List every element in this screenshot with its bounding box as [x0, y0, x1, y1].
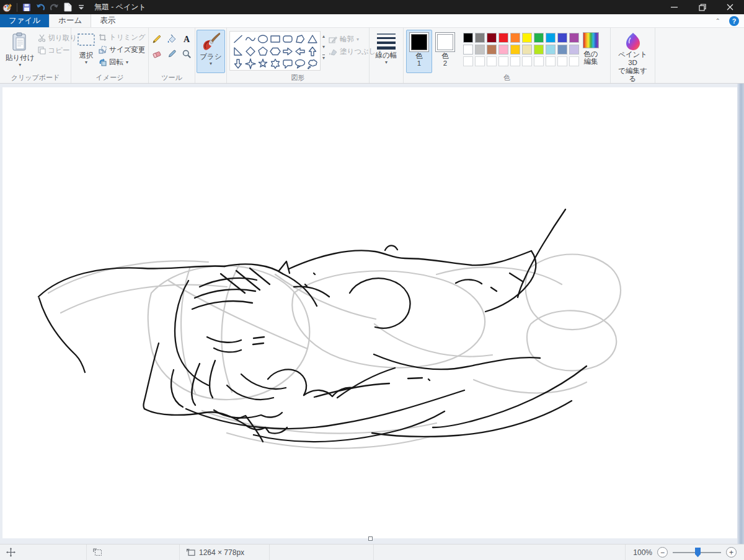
zoom-in-button[interactable]: + [726, 547, 737, 558]
shape-polygon-icon[interactable] [294, 33, 306, 45]
new-document-icon[interactable] [62, 2, 73, 13]
color2-label: 色 [441, 52, 449, 59]
palette-swatch[interactable] [522, 45, 532, 55]
palette-swatch[interactable] [487, 45, 497, 55]
color1-button[interactable]: 色1 [406, 30, 432, 73]
shapes-scrollbar: ▴ ▾ ▾ [321, 30, 326, 73]
shape-hexagon-icon[interactable] [269, 45, 281, 57]
outline-label: 輪郭 [340, 35, 354, 44]
palette-swatch[interactable] [475, 33, 485, 43]
scissors-icon [38, 34, 46, 42]
tab-home[interactable]: ホーム [49, 14, 91, 27]
shape-arrow-up-icon[interactable] [306, 45, 318, 57]
edit-colors-button[interactable]: 色の編集 [583, 30, 599, 73]
shape-star-6-icon[interactable] [269, 58, 281, 69]
shape-curve-icon[interactable] [244, 33, 256, 45]
text-tool[interactable]: A [180, 32, 193, 46]
shapes-scroll-down-icon[interactable]: ▾ [322, 44, 325, 50]
shape-diamond-icon[interactable] [244, 45, 256, 57]
resize-button[interactable]: サイズ変更 [99, 44, 146, 56]
palette-swatch-empty[interactable] [557, 56, 567, 66]
palette-swatch[interactable] [463, 33, 473, 43]
shape-rounded-rectangle-icon[interactable] [281, 33, 293, 45]
tab-file[interactable]: ファイル [0, 14, 49, 27]
shape-arrow-left-icon[interactable] [294, 45, 306, 57]
color-picker-tool[interactable] [165, 47, 179, 61]
shape-star-5-icon[interactable] [257, 58, 268, 69]
eraser-tool[interactable] [150, 47, 164, 61]
shape-triangle-icon[interactable] [306, 33, 318, 45]
shape-line-icon[interactable] [232, 33, 244, 45]
palette-swatch-empty[interactable] [546, 56, 556, 66]
palette-swatch-empty[interactable] [534, 56, 544, 66]
restore-button[interactable] [688, 0, 716, 14]
magnifier-tool[interactable] [180, 47, 193, 61]
zoom-slider-thumb[interactable] [695, 548, 701, 558]
palette-swatch-empty[interactable] [475, 56, 485, 66]
color-palette [463, 33, 579, 73]
palette-swatch[interactable] [510, 33, 520, 43]
pencil-tool[interactable] [150, 32, 164, 46]
brushes-button[interactable]: ブラシ ▾ [197, 30, 224, 73]
shapes-scroll-up-icon[interactable]: ▴ [322, 33, 325, 39]
help-icon[interactable]: ? [729, 16, 739, 26]
paint3d-button[interactable]: ペイント 3Dで編集する [613, 30, 652, 83]
save-button[interactable] [21, 2, 32, 13]
drawing-canvas[interactable] [2, 87, 738, 538]
customize-qat-dropdown[interactable] [76, 2, 87, 13]
tab-view[interactable]: 表示 [91, 14, 124, 27]
palette-swatch[interactable] [557, 33, 567, 43]
palette-swatch[interactable] [498, 33, 508, 43]
palette-swatch-empty[interactable] [522, 56, 532, 66]
canvas-resize-handle-bottom[interactable] [368, 536, 373, 541]
minimize-button[interactable] [660, 0, 688, 14]
shape-callout-cloud-icon[interactable] [306, 58, 318, 69]
shape-callout-rounded-icon[interactable] [281, 58, 293, 69]
collapse-ribbon-icon[interactable]: ⌃ [715, 17, 720, 24]
palette-swatch[interactable] [498, 45, 508, 55]
select-button[interactable]: 選択 ▾ [74, 30, 99, 73]
palette-swatch[interactable] [510, 45, 520, 55]
group-image: 選択 ▾ トリミング サイズ変更 回転 ▾ [71, 28, 149, 83]
palette-swatch[interactable] [522, 33, 532, 43]
shape-arrow-down-icon[interactable] [232, 58, 244, 69]
palette-swatch[interactable] [487, 33, 497, 43]
rotate-button[interactable]: 回転 ▾ [99, 56, 146, 68]
close-button[interactable] [716, 0, 744, 14]
shapes-expand-icon[interactable]: ▾ [322, 55, 325, 61]
palette-swatch[interactable] [463, 45, 473, 55]
undo-button[interactable] [35, 2, 46, 13]
crop-button[interactable]: トリミング [99, 32, 146, 43]
shape-pentagon-icon[interactable] [257, 45, 268, 57]
palette-swatch-empty[interactable] [498, 56, 508, 66]
color2-button[interactable]: 色2 [432, 30, 458, 73]
palette-swatch[interactable] [546, 45, 556, 55]
paste-button[interactable]: 貼り付け ▾ [2, 30, 38, 73]
line-width-button[interactable]: 線の幅 ▾ [373, 30, 401, 73]
zoom-slider[interactable] [673, 547, 721, 558]
palette-swatch[interactable] [569, 33, 579, 43]
group-colors: 色1 色2 色の編集 色 [404, 28, 611, 83]
palette-swatch-empty[interactable] [487, 56, 497, 66]
shape-callout-oval-icon[interactable] [294, 58, 306, 69]
shape-right-triangle-icon[interactable] [232, 45, 244, 57]
zoom-out-button[interactable]: − [657, 547, 668, 558]
palette-swatch[interactable] [557, 45, 567, 55]
shape-rectangle-icon[interactable] [269, 33, 281, 45]
redo-button[interactable] [48, 2, 60, 13]
palette-swatch-empty[interactable] [510, 56, 520, 66]
titlebar: 無題 - ペイント [0, 0, 744, 14]
palette-swatch-empty[interactable] [463, 56, 473, 66]
palette-swatch[interactable] [534, 33, 544, 43]
resize-icon [99, 46, 107, 54]
palette-swatch-empty[interactable] [569, 56, 579, 66]
fill-tool[interactable] [165, 32, 179, 46]
palette-swatch[interactable] [534, 45, 544, 55]
palette-swatch[interactable] [546, 33, 556, 43]
canvas-size-value: 1264 × 778px [199, 548, 244, 557]
palette-swatch[interactable] [569, 45, 579, 55]
palette-swatch[interactable] [475, 45, 485, 55]
shape-star-4-icon[interactable] [244, 58, 256, 69]
shape-arrow-right-icon[interactable] [281, 45, 293, 57]
shape-ellipse-icon[interactable] [257, 33, 268, 45]
